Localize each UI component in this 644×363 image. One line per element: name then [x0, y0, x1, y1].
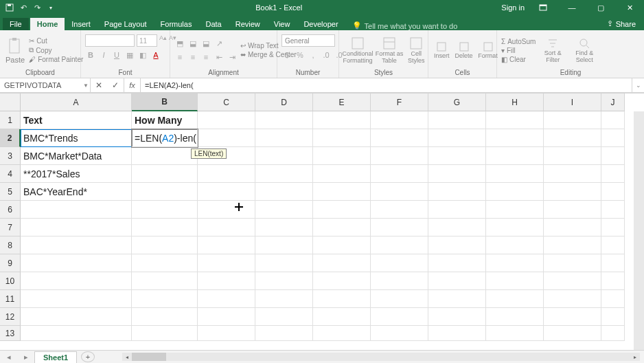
- row-header-4[interactable]: 4: [0, 165, 21, 183]
- sheet-prev-icon[interactable]: ◂: [7, 353, 11, 362]
- close-button[interactable]: ✕: [619, 0, 640, 15]
- cell-D6[interactable]: [255, 201, 313, 219]
- minimize-button[interactable]: —: [562, 0, 582, 15]
- col-header-H[interactable]: H: [486, 94, 544, 111]
- orientation-icon[interactable]: ↗: [214, 38, 225, 49]
- tab-data[interactable]: Data: [198, 18, 228, 30]
- cell-F11[interactable]: [371, 290, 428, 308]
- align-right-icon[interactable]: ≡: [200, 52, 211, 63]
- underline-button[interactable]: U: [111, 50, 122, 60]
- font-name-box[interactable]: [85, 34, 135, 47]
- cell-G11[interactable]: [428, 290, 486, 308]
- row-header-6[interactable]: 6: [0, 201, 21, 219]
- tab-developer[interactable]: Developer: [297, 18, 345, 30]
- cell-D7[interactable]: [255, 219, 313, 236]
- save-icon[interactable]: [4, 2, 15, 13]
- cell-H8[interactable]: [486, 236, 544, 254]
- col-header-D[interactable]: D: [255, 94, 313, 111]
- cell-H12[interactable]: [486, 308, 544, 326]
- cell-C7[interactable]: [198, 219, 255, 236]
- cell-G6[interactable]: [428, 201, 486, 219]
- hscroll-left-icon[interactable]: ◂: [122, 353, 132, 361]
- col-header-I[interactable]: I: [544, 94, 601, 111]
- undo-icon[interactable]: ↶: [18, 2, 29, 13]
- sort-filter-button[interactable]: Sort & Filter: [538, 36, 567, 65]
- col-header-C[interactable]: C: [198, 94, 255, 111]
- cell-G10[interactable]: [428, 272, 486, 290]
- cell-I11[interactable]: [544, 290, 601, 308]
- cell-A4[interactable]: **2017*Sales: [21, 165, 132, 183]
- cell-H7[interactable]: [486, 219, 544, 236]
- cell-D9[interactable]: [255, 254, 313, 272]
- row-header-12[interactable]: 12: [0, 308, 21, 326]
- font-color-button[interactable]: A: [150, 50, 161, 60]
- row-header-13[interactable]: 13: [0, 326, 21, 341]
- cell-G12[interactable]: [428, 308, 486, 326]
- hscroll-right-icon[interactable]: ▸: [630, 353, 640, 361]
- percent-icon[interactable]: %: [295, 50, 306, 60]
- cell-E8[interactable]: [313, 236, 371, 254]
- name-box[interactable]: GETPIVOTDATA ▼: [0, 78, 91, 92]
- expand-formula-bar-icon[interactable]: ⌄: [632, 78, 644, 92]
- row-header-2[interactable]: 2: [0, 129, 21, 147]
- row-header-8[interactable]: 8: [0, 236, 21, 254]
- cell-A12[interactable]: [21, 308, 132, 326]
- cell-E9[interactable]: [313, 254, 371, 272]
- conditional-formatting-button[interactable]: Conditional Formatting: [343, 35, 372, 65]
- ribbon-options-icon[interactable]: [533, 0, 553, 15]
- cell-A8[interactable]: [21, 236, 132, 254]
- cell-A11[interactable]: [21, 290, 132, 308]
- cell-J2[interactable]: [601, 129, 625, 147]
- cell-B10[interactable]: [132, 272, 198, 290]
- cell-I5[interactable]: [544, 183, 601, 201]
- cell-C2[interactable]: [198, 129, 255, 147]
- col-header-E[interactable]: E: [313, 94, 371, 111]
- col-header-J[interactable]: J: [601, 94, 625, 111]
- col-header-F[interactable]: F: [371, 94, 428, 111]
- cell-G2[interactable]: [428, 129, 486, 147]
- qat-customize-icon[interactable]: ▾: [45, 2, 56, 13]
- cell-B11[interactable]: [132, 290, 198, 308]
- cell-C12[interactable]: [198, 308, 255, 326]
- row-header-3[interactable]: 3: [0, 147, 21, 165]
- cell-D8[interactable]: [255, 236, 313, 254]
- number-format-box[interactable]: General: [281, 34, 335, 47]
- cell-B5[interactable]: [132, 183, 198, 201]
- row-header-11[interactable]: 11: [0, 290, 21, 308]
- cell-G8[interactable]: [428, 236, 486, 254]
- cell-J13[interactable]: [601, 326, 625, 341]
- tab-home[interactable]: Home: [30, 18, 65, 30]
- row-header-1[interactable]: 1: [0, 111, 21, 129]
- col-header-G[interactable]: G: [428, 94, 486, 111]
- paste-button[interactable]: Paste: [4, 35, 26, 65]
- sheet-next-icon[interactable]: ▸: [24, 353, 28, 362]
- inc-decimal-icon[interactable]: .0: [321, 50, 332, 60]
- cell-J1[interactable]: [601, 111, 625, 129]
- fill-button[interactable]: ▾Fill: [501, 47, 536, 54]
- cell-J4[interactable]: [601, 165, 625, 183]
- cell-F3[interactable]: [371, 147, 428, 165]
- format-as-table-button[interactable]: Format as Table: [375, 35, 404, 65]
- cell-F12[interactable]: [371, 308, 428, 326]
- tell-me[interactable]: 💡 Tell me what you want to do: [345, 21, 465, 30]
- row-header-7[interactable]: 7: [0, 219, 21, 236]
- cell-D1[interactable]: [255, 111, 313, 129]
- indent-inc-icon[interactable]: ⇥: [227, 52, 238, 63]
- cell-A10[interactable]: [21, 272, 132, 290]
- currency-icon[interactable]: $: [281, 50, 292, 60]
- cell-C9[interactable]: [198, 254, 255, 272]
- find-select-button[interactable]: Find & Select: [570, 36, 599, 65]
- row-header-9[interactable]: 9: [0, 254, 21, 272]
- cell-J3[interactable]: [601, 147, 625, 165]
- cell-A6[interactable]: [21, 201, 132, 219]
- cell-D3[interactable]: [255, 147, 313, 165]
- name-box-dropdown-icon[interactable]: ▼: [83, 82, 89, 89]
- cell-F5[interactable]: [371, 183, 428, 201]
- cell-I10[interactable]: [544, 272, 601, 290]
- add-sheet-button[interactable]: +: [81, 351, 95, 362]
- cell-E13[interactable]: [313, 326, 371, 341]
- cell-G4[interactable]: [428, 165, 486, 183]
- tab-insert[interactable]: Insert: [65, 18, 97, 30]
- cell-E6[interactable]: [313, 201, 371, 219]
- cell-B4[interactable]: [132, 165, 198, 183]
